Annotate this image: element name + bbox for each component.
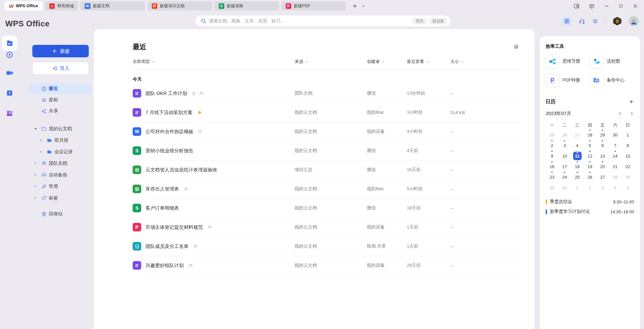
file-row[interactable]: S客户订单明细表我的云文档微信18天前– bbox=[133, 198, 519, 218]
sidebar-item-team-docs[interactable]: 团队文档 bbox=[30, 158, 91, 169]
mobile-connect-icon[interactable] bbox=[573, 3, 580, 9]
caret-right-icon[interactable] bbox=[40, 150, 43, 153]
new-tab-button[interactable] bbox=[351, 2, 359, 10]
calendar-day[interactable]: 29 bbox=[622, 172, 634, 182]
file-row[interactable]: 云文档管人员信息统计表理器验收项目汇总微信15天前– bbox=[133, 160, 519, 179]
calendar-event[interactable]: 季度总结会9:30–11:00 bbox=[546, 197, 634, 207]
calendar-day[interactable]: 12 bbox=[584, 151, 596, 161]
calendar-day[interactable]: 7 bbox=[609, 140, 621, 151]
rail-item-apps[interactable] bbox=[6, 109, 14, 117]
workspace-cube-icon[interactable] bbox=[589, 3, 595, 9]
close-button[interactable] bbox=[632, 3, 638, 9]
calendar-day-selected[interactable]: 11 bbox=[571, 151, 584, 161]
calendar-day[interactable]: 10 bbox=[558, 151, 571, 161]
settings-gear-icon[interactable] bbox=[513, 44, 519, 50]
maximize-button[interactable] bbox=[618, 3, 624, 9]
rail-item-messages[interactable] bbox=[6, 51, 14, 59]
calendar-day[interactable]: 14 bbox=[609, 151, 621, 161]
calendar-day[interactable]: 24 bbox=[558, 172, 571, 182]
headset-support-icon[interactable] bbox=[579, 18, 585, 24]
calendar-day[interactable]: 4 bbox=[571, 140, 584, 151]
calendar-day[interactable]: 5 bbox=[622, 182, 634, 193]
tool-flowchart[interactable]: 流程图 bbox=[590, 55, 634, 68]
calendar-day[interactable]: 27 bbox=[571, 130, 584, 140]
calendar-day[interactable]: 19 bbox=[584, 161, 596, 172]
search-tag[interactable]: 简历 bbox=[413, 18, 427, 24]
calendar-day[interactable]: 13 bbox=[596, 151, 609, 161]
sidebar-item-tags[interactable]: 标签 bbox=[30, 192, 91, 204]
filter-size[interactable]: 大小 bbox=[450, 59, 464, 65]
calendar-day[interactable]: 23 bbox=[546, 172, 558, 182]
calendar-day[interactable]: 17 bbox=[558, 161, 571, 172]
sidebar-item-trash[interactable]: 回收站 bbox=[30, 208, 91, 220]
membership-badge[interactable]: S bbox=[613, 17, 622, 25]
calendar-day[interactable]: 2 bbox=[546, 140, 558, 151]
caret-right-icon[interactable] bbox=[34, 162, 37, 165]
filter-all-types[interactable]: 全部类型 bbox=[133, 59, 155, 65]
caret-down-icon[interactable] bbox=[34, 127, 37, 131]
calendar-day[interactable]: 8 bbox=[622, 140, 634, 151]
file-row[interactable]: 库存出入管理表我的云文档我的Mac5小时前– bbox=[133, 179, 519, 198]
calendar-day[interactable]: 4 bbox=[609, 182, 621, 193]
file-row[interactable]: 兴趣爱好组队计划我的云文档我的设备29天前– bbox=[133, 256, 519, 275]
calendar-next-icon[interactable] bbox=[629, 111, 634, 116]
calendar-day[interactable]: 27 bbox=[596, 172, 609, 182]
calendar-day[interactable]: 30 bbox=[546, 182, 558, 193]
user-avatar[interactable] bbox=[629, 16, 639, 26]
minimize-button[interactable] bbox=[604, 3, 609, 9]
caret-right-icon[interactable] bbox=[34, 196, 37, 199]
sidebar-item-frequent[interactable]: 常用 bbox=[30, 181, 91, 192]
calendar-day[interactable]: 3 bbox=[596, 182, 609, 193]
calendar-day[interactable]: 16 bbox=[546, 161, 558, 172]
calendar-day[interactable]: 6 bbox=[596, 140, 609, 151]
sidebar-item-my-cloud-docs[interactable]: 我的云文档 bbox=[30, 123, 91, 135]
sidebar-item-recent[interactable]: 最近 bbox=[30, 83, 91, 94]
calendar-day[interactable]: 28 bbox=[609, 172, 621, 182]
calendar-day[interactable]: 2 bbox=[584, 182, 596, 193]
rail-item-documents[interactable] bbox=[2, 36, 17, 51]
calendar-day[interactable]: 26 bbox=[558, 130, 571, 140]
caret-right-icon[interactable] bbox=[34, 185, 37, 188]
calendar-day[interactable]: 22 bbox=[622, 161, 634, 172]
calendar-day[interactable]: 21 bbox=[609, 161, 621, 172]
tool-mindmap[interactable]: 思维导图 bbox=[546, 55, 590, 68]
file-row[interactable]: 团队 OKR 工作计划团队文档微信13分钟前– bbox=[133, 84, 519, 103]
sidebar-item-shared[interactable]: 共享 bbox=[30, 105, 91, 117]
tool-pdf-convert[interactable]: PDF转换 bbox=[546, 74, 590, 87]
tab-new-pdf[interactable]: P新建PDF bbox=[281, 1, 346, 11]
calendar-day[interactable]: 1 bbox=[622, 130, 634, 140]
search-input[interactable] bbox=[209, 18, 410, 23]
calendar-day[interactable]: 5 bbox=[584, 140, 596, 151]
sidebar-item-auto-backup[interactable]: 自动备份 bbox=[30, 169, 91, 181]
calendar-day[interactable]: 28 bbox=[584, 130, 596, 140]
tab-new-doc[interactable]: W新建文档 bbox=[80, 1, 145, 11]
calendar-day[interactable]: 3 bbox=[558, 140, 571, 151]
file-row[interactable]: W公司对外合作协议模板我的云文档我的设备4小时前– bbox=[133, 122, 519, 141]
tab-new-slides[interactable]: P新建演示文稿 bbox=[147, 1, 212, 11]
calendar-day[interactable]: 25 bbox=[571, 172, 584, 182]
calendar-prev-icon[interactable] bbox=[618, 111, 623, 116]
tab-wps-office[interactable]: WWPS Office bbox=[5, 1, 43, 11]
filter-last-viewed[interactable]: 最近查看 bbox=[407, 59, 429, 65]
tab-new-sheet[interactable]: S新建表格 bbox=[214, 1, 279, 11]
new-document-button[interactable]: 新建 bbox=[32, 45, 89, 57]
sidebar-item-bimonthly-report[interactable]: 双月报 bbox=[30, 135, 91, 146]
calendar-day[interactable]: 29 bbox=[596, 130, 609, 140]
calendar-event[interactable]: 新季度学习计划讨论14:30–16:00 bbox=[546, 207, 634, 217]
menu-icon[interactable] bbox=[592, 18, 598, 24]
calendar-day[interactable]: 9 bbox=[546, 151, 558, 161]
file-row[interactable]: P市场主体登记提交材料规范我的云文档我的设备1天前– bbox=[133, 218, 519, 237]
search-tag[interactable]: 策划案 bbox=[429, 18, 447, 24]
calendar-day[interactable]: 30 bbox=[609, 130, 621, 140]
calendar-day[interactable]: 18 bbox=[571, 161, 584, 172]
tab-docer-mall[interactable]: 稻壳商城 bbox=[45, 1, 78, 11]
calendar-day[interactable]: 1 bbox=[571, 182, 584, 193]
calendar-day[interactable]: 25 bbox=[546, 130, 558, 140]
filter-creator[interactable]: 创建者 bbox=[367, 59, 385, 65]
file-row[interactable]: S营销小组业绩分析报告我的云文档微信4天前– bbox=[133, 141, 519, 160]
add-event-icon[interactable] bbox=[628, 99, 634, 105]
tool-backup-center[interactable]: 备份中心 bbox=[590, 74, 634, 87]
caret-right-icon[interactable] bbox=[34, 173, 37, 176]
rail-item-calendar[interactable]: 7 bbox=[6, 89, 14, 97]
tab-list-chevron-icon[interactable] bbox=[359, 2, 368, 10]
